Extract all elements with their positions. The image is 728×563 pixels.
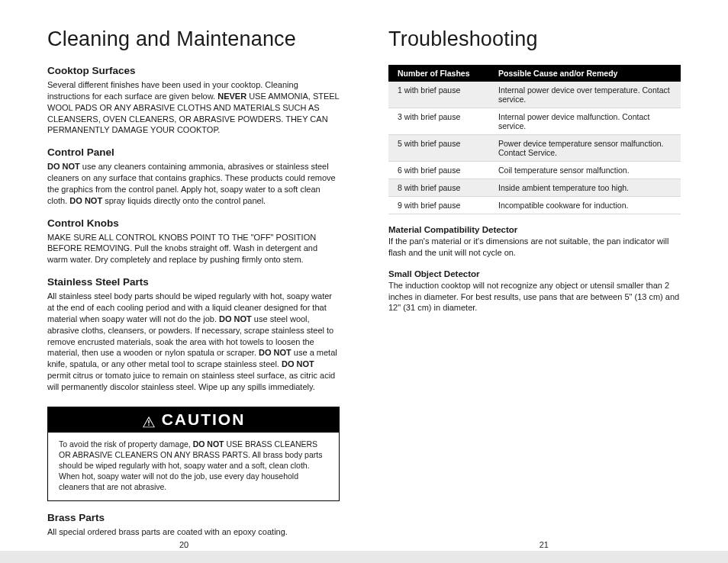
flash-count: 6 with brief pause (388, 162, 489, 179)
flash-count: 8 with brief pause (388, 179, 489, 197)
caution-seg1: To avoid the risk of property damage, (59, 439, 193, 449)
stainless-steel-body: All stainless steel body parts should be… (47, 291, 340, 393)
flash-th-cause: Possible Cause and/or Remedy (489, 65, 681, 82)
small-object-body: The induction cooktop will not recognize… (388, 280, 681, 314)
control-panel-body: DO NOT use any cleaners containing ammon… (47, 161, 340, 206)
table-row: 6 with brief pause Coil temperature sens… (388, 162, 681, 179)
table-row: 9 with brief pause Incompatible cookware… (388, 197, 681, 214)
flash-cause: Incompatible cookware for induction. (489, 197, 681, 214)
small-object-heading: Small Object Detector (388, 269, 681, 278)
ss-dn1: DO NOT (219, 314, 252, 323)
control-knobs-heading: Control Knobs (47, 217, 340, 229)
caution-box: CAUTION To avoid the risk of property da… (47, 407, 340, 501)
caution-dn: DO NOT (193, 439, 224, 449)
flash-count: 9 with brief pause (388, 197, 489, 214)
table-row: 1 with brief pause Internal power device… (388, 82, 681, 108)
table-row: 8 with brief pause Inside ambient temper… (388, 179, 681, 197)
flash-count: 1 with brief pause (388, 82, 489, 108)
svg-rect-1 (148, 424, 149, 425)
flash-count: 3 with brief pause (388, 108, 489, 135)
ss-seg4: permit citrus or tomato juice to remain … (47, 371, 335, 391)
table-row: 5 with brief pause Power device temperat… (388, 135, 681, 162)
flash-count: 5 with brief pause (388, 135, 489, 162)
warning-icon (142, 413, 156, 426)
table-row: 3 with brief pause Internal power device… (388, 108, 681, 135)
brass-parts-heading: Brass Parts (47, 512, 340, 523)
material-detector-heading: Material Compatibility Detector (388, 225, 681, 234)
ss-dn3: DO NOT (282, 359, 314, 368)
ctrl-panel-seg2: spray liquids directly onto the control … (102, 196, 266, 205)
svg-rect-0 (148, 420, 149, 423)
flash-table: Number of Flashes Possible Cause and/or … (388, 65, 681, 214)
control-panel-heading: Control Panel (47, 146, 340, 158)
brass-parts-body: All special ordered brass parts are coat… (47, 526, 340, 538)
page-number-left: 20 (179, 540, 188, 549)
flash-cause: Internal power device malfunction. Conta… (489, 108, 681, 135)
page-number-right: 21 (540, 540, 549, 549)
left-title: Cleaning and Maintenance (47, 27, 340, 51)
caution-label: CAUTION (162, 410, 246, 429)
flash-cause: Coil temperature sensor malfunction. (489, 162, 681, 179)
never-bold: NEVER (217, 92, 246, 101)
flash-th-number: Number of Flashes (388, 65, 489, 82)
ctrl-panel-dn1: DO NOT (47, 162, 80, 171)
page-sheet: Cleaning and Maintenance Cooktop Surface… (0, 0, 728, 551)
flash-cause: Internal power device over temperature. … (489, 82, 681, 108)
caution-body: To avoid the risk of property damage, DO… (48, 433, 339, 500)
right-title: Troubleshooting (388, 27, 681, 51)
right-column: Troubleshooting Number of Flashes Possib… (388, 23, 681, 540)
caution-header: CAUTION (48, 407, 339, 433)
ctrl-panel-dn2: DO NOT (69, 196, 102, 205)
flash-cause: Power device temperature sensor malfunct… (489, 135, 681, 162)
control-knobs-body: MAKE SURE ALL CONTROL KNOBS POINT TO THE… (47, 232, 340, 266)
flash-cause: Inside ambient temperature too high. (489, 179, 681, 197)
stainless-steel-heading: Stainless Steel Parts (47, 276, 340, 288)
flash-table-header-row: Number of Flashes Possible Cause and/or … (388, 65, 681, 82)
ss-dn2: DO NOT (259, 348, 292, 357)
cooktop-surfaces-heading: Cooktop Surfaces (47, 65, 340, 76)
manual-spread: Product Care Product Care Cleaning and M… (0, 0, 728, 563)
left-column: Cleaning and Maintenance Cooktop Surface… (47, 23, 340, 540)
material-detector-body: If the pan's material or it's dimensions… (388, 236, 681, 259)
cooktop-surfaces-body: Several different finishes have been use… (47, 79, 340, 136)
